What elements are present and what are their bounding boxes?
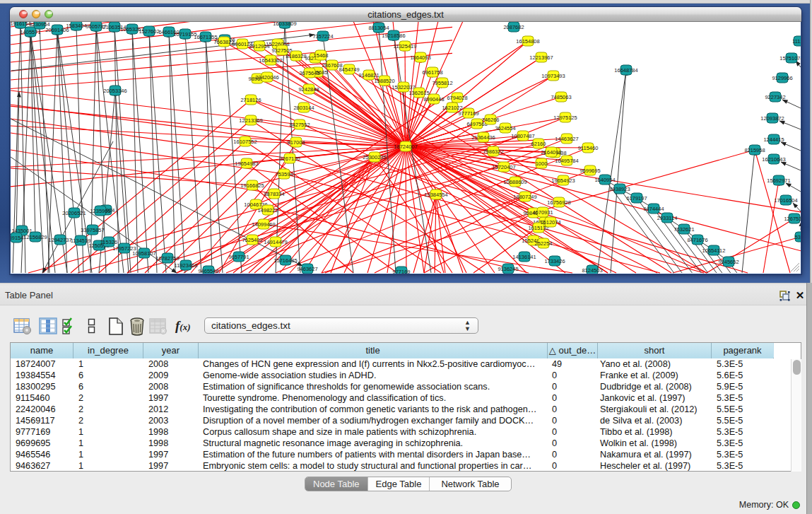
svg-text:16648784: 16648784 (614, 67, 637, 74)
svg-text:9227342: 9227342 (765, 94, 785, 100)
svg-text:977169: 977169 (392, 269, 410, 274)
svg-text:8990448: 8990448 (423, 96, 444, 103)
svg-text:2087682: 2087682 (503, 24, 524, 30)
svg-text:14914479: 14914479 (264, 239, 287, 245)
svg-text:12213369: 12213369 (239, 117, 262, 124)
svg-text:1916154: 1916154 (11, 22, 31, 27)
svg-text:14099469: 14099469 (252, 221, 275, 228)
svg-text:9463627: 9463627 (297, 266, 317, 272)
svg-text:15751074: 15751074 (779, 55, 801, 62)
svg-text:1733426: 1733426 (544, 258, 565, 264)
svg-text:8186328: 8186328 (286, 53, 306, 59)
svg-text:25300235: 25300235 (363, 154, 386, 160)
svg-text:6961758: 6961758 (422, 69, 442, 76)
svg-text:1527602: 1527602 (139, 28, 159, 35)
svg-text:15716485: 15716485 (273, 257, 297, 264)
svg-text:15692971: 15692971 (767, 177, 790, 184)
svg-text:19654983: 19654983 (235, 160, 258, 167)
svg-text:19166825: 19166825 (240, 182, 264, 189)
svg-text:19218586: 19218586 (382, 33, 405, 39)
svg-text:7955812: 7955812 (432, 80, 452, 86)
svg-text:15720407: 15720407 (492, 164, 515, 170)
svg-text:7625402: 7625402 (242, 237, 262, 243)
svg-text:8427552: 8427552 (289, 122, 310, 128)
svg-text:8813054: 8813054 (368, 25, 389, 31)
svg-text:817004: 817004 (287, 139, 305, 146)
svg-text:9136245: 9136245 (498, 266, 518, 272)
svg-text:8215958: 8215958 (744, 147, 765, 153)
svg-text:17016504: 17016504 (774, 197, 797, 204)
svg-text:746266: 746266 (481, 117, 499, 123)
svg-text:16033809: 16033809 (273, 22, 296, 27)
svg-text:1864093: 1864093 (410, 54, 430, 61)
svg-text:16782759: 16782759 (155, 255, 179, 262)
svg-text:14463627: 14463627 (555, 136, 578, 142)
svg-text:1405571: 1405571 (20, 29, 40, 35)
svg-text:12093872: 12093872 (760, 115, 784, 122)
svg-text:2718126: 2718126 (240, 97, 261, 103)
svg-text:252254: 252254 (534, 240, 552, 247)
svg-text:7485063: 7485063 (551, 94, 571, 100)
svg-text:9129966: 9129966 (772, 75, 792, 81)
svg-text:1235965: 1235965 (90, 208, 110, 214)
svg-text:7986322: 7986322 (483, 148, 503, 155)
svg-text:16756928: 16756928 (547, 199, 570, 206)
svg-text:19384554: 19384554 (424, 192, 447, 198)
svg-text:19654923: 19654923 (551, 177, 575, 184)
svg-text:16210643: 16210643 (762, 156, 785, 163)
svg-text:7632621: 7632621 (673, 226, 694, 233)
svg-text:9245652: 9245652 (718, 259, 739, 265)
svg-text:7357224: 7357224 (312, 33, 333, 40)
svg-text:9657791: 9657791 (228, 254, 249, 260)
svg-text:1612074: 1612074 (540, 219, 560, 226)
svg-text:20053346: 20053346 (103, 88, 126, 94)
svg-text:10958107: 10958107 (132, 250, 155, 257)
svg-text:11121: 11121 (792, 38, 801, 45)
svg-text:12942737: 12942737 (48, 237, 71, 243)
svg-text:10654112: 10654112 (702, 247, 726, 254)
svg-text:1498222: 1498222 (257, 207, 278, 214)
svg-text:2803144: 2803144 (293, 105, 314, 111)
svg-text:15468: 15468 (314, 52, 329, 59)
svg-text:2933114: 2933114 (657, 215, 678, 221)
svg-text:8124503: 8124503 (582, 267, 602, 274)
svg-text:3675645: 3675645 (299, 70, 319, 76)
svg-text:1362615: 1362615 (408, 90, 429, 96)
svg-text:6794028: 6794028 (447, 95, 467, 101)
svg-text:9699695: 9699695 (579, 168, 600, 174)
svg-text:12975125: 12975125 (553, 115, 577, 121)
svg-text:18807249: 18807249 (513, 194, 536, 200)
svg-text:1583404: 1583404 (66, 23, 86, 29)
svg-text:8878334: 8878334 (264, 191, 284, 197)
svg-text:16495784: 16495784 (555, 158, 578, 164)
svg-text:9242848: 9242848 (298, 86, 319, 93)
svg-text:62160: 62160 (531, 141, 546, 147)
svg-text:9474444: 9474444 (643, 206, 664, 212)
svg-text:1134519: 1134519 (71, 238, 91, 244)
svg-text:11923468: 11923468 (175, 262, 198, 269)
svg-text:753594: 753594 (275, 171, 293, 177)
svg-text:7663822: 7663822 (213, 39, 234, 45)
svg-text:2164093: 2164093 (541, 149, 561, 156)
svg-text:39154: 39154 (11, 235, 23, 241)
svg-text:12213967: 12213967 (529, 54, 553, 61)
svg-text:3267130: 3267130 (279, 156, 300, 162)
svg-text:33975857: 33975857 (81, 227, 104, 233)
svg-text:1244415: 1244415 (763, 136, 784, 143)
svg-text:8938923: 8938923 (609, 186, 630, 192)
svg-text:20206521: 20206521 (62, 210, 86, 216)
svg-text:9777169: 9777169 (458, 110, 478, 117)
svg-text:3624554: 3624554 (495, 125, 515, 132)
svg-text:115326: 115326 (100, 239, 117, 245)
svg-text:14136141: 14136141 (512, 254, 536, 260)
svg-text:11325419: 11325419 (394, 43, 417, 49)
svg-text:6179197: 6179197 (626, 195, 647, 201)
svg-text:8454749: 8454749 (339, 66, 359, 73)
svg-text:16107552: 16107552 (233, 139, 257, 145)
svg-text:1640954: 1640954 (594, 177, 615, 183)
svg-text:23420046: 23420046 (255, 74, 278, 81)
svg-text:12156829: 12156829 (23, 234, 47, 240)
svg-text:21364436: 21364436 (471, 134, 495, 141)
svg-text:1000: 1000 (536, 160, 548, 167)
svg-text:8471676: 8471676 (687, 237, 707, 243)
